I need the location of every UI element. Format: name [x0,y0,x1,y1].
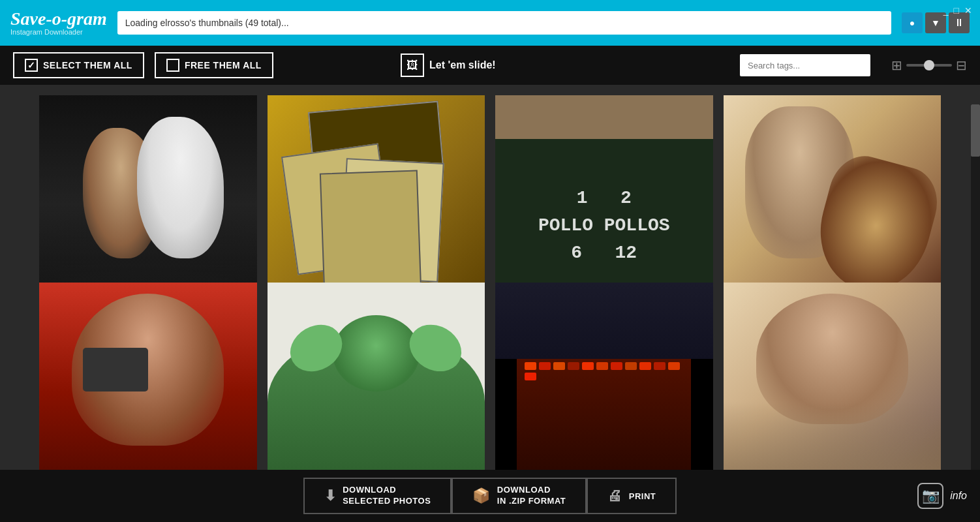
scrollbar-track [971,104,980,470]
free-all-button[interactable]: FREE THEM ALL [155,52,273,78]
free-all-checkbox-icon [166,59,179,72]
photo-item-8[interactable] [724,283,942,470]
free-all-label: FREE THEM ALL [185,60,262,70]
photo-item-6[interactable] [268,283,485,470]
slideshow-button[interactable]: 🖼 Let 'em slide! [401,54,496,77]
info-label[interactable]: info [950,490,967,502]
search-input[interactable] [740,54,870,76]
app-subtitle: Instagram Downloader [10,28,107,36]
select-all-checkbox-icon [25,59,38,72]
instagram-icon[interactable]: 📷 [917,483,943,509]
window-controls: _ □ ✕ [943,5,972,16]
print-label: PRINT [629,491,656,501]
download-selected-icon: ⬇ [324,487,337,504]
select-all-button[interactable]: SELECT THEM ALL [13,52,144,78]
print-button[interactable]: 🖨 PRINT [587,478,677,514]
download-zip-button[interactable]: 📦 DOWNLOAD IN .ZIP FORMAT [452,478,587,514]
maximize-button[interactable]: □ [954,5,959,16]
slideshow-label: Let 'em slide! [429,59,496,71]
download-zip-label: DOWNLOAD IN .ZIP FORMAT [497,485,566,507]
small-grid-icon[interactable]: ⊞ [891,57,902,73]
logo: Save-o-gram Instagram Downloader [10,10,107,36]
photo-item-3[interactable]: 1 2 POLLO POLLOS 6 12 [495,95,713,313]
title-bar: Save-o-gram Instagram Downloader ● ▼ ⏸ _… [0,0,980,46]
app-title: Save-o-gram [10,10,107,28]
photo-item-1[interactable] [39,95,257,313]
print-icon: 🖨 [607,487,622,504]
slideshow-icon: 🖼 [401,54,424,77]
view-controls: ⊞ ⊟ [891,57,967,73]
minimize-button[interactable]: _ [943,5,949,16]
select-all-label: SELECT THEM ALL [43,60,132,70]
download-selected-button[interactable]: ⬇ DOWNLOAD SELECTED PHOTOS [303,478,452,514]
download-selected-label: DOWNLOAD SELECTED PHOTOS [343,485,431,507]
large-grid-icon[interactable]: ⊟ [956,57,967,73]
info-area: 📷 info [917,483,967,509]
photo-item-7[interactable] [495,283,713,470]
download-zip-icon: 📦 [472,487,491,504]
photo-grid: 1 2 POLLO POLLOS 6 12 [0,85,980,470]
toolbar: SELECT THEM ALL FREE THEM ALL 🖼 Let 'em … [0,46,980,85]
photo-item-4[interactable] [724,95,942,313]
url-go-button[interactable]: ● [902,12,923,33]
photo-item-2[interactable] [268,95,485,313]
url-input[interactable] [117,11,891,35]
bottom-bar: ⬇ DOWNLOAD SELECTED PHOTOS 📦 DOWNLOAD IN… [0,470,980,522]
zoom-slider-thumb[interactable] [924,60,934,70]
scrollbar-thumb[interactable] [971,104,980,157]
photo-item-5[interactable] [39,283,257,470]
zoom-slider[interactable] [906,64,952,67]
close-button[interactable]: ✕ [964,5,972,16]
